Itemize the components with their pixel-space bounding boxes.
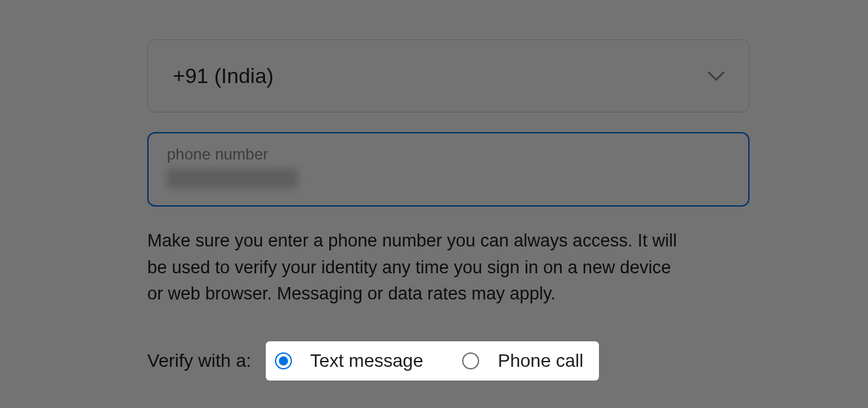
verify-with-label: Verify with a: xyxy=(147,350,251,371)
verify-row: Verify with a: Text message Phone call xyxy=(147,341,750,381)
helper-text: Make sure you enter a phone number you c… xyxy=(147,228,691,307)
phone-number-input[interactable]: phone number xyxy=(147,132,750,207)
radio-text-message[interactable]: Text message xyxy=(275,350,424,371)
radio-unselected-icon xyxy=(462,352,479,369)
country-code-select[interactable]: +91 (India) xyxy=(147,39,750,112)
radio-selected-icon xyxy=(275,352,292,369)
phone-number-label: phone number xyxy=(167,145,730,163)
radio-phone-call[interactable]: Phone call xyxy=(462,350,583,371)
phone-number-value-redacted xyxy=(167,169,298,188)
chevron-down-icon xyxy=(707,71,725,81)
verify-radio-group: Text message Phone call xyxy=(266,341,600,381)
radio-phone-call-label: Phone call xyxy=(497,350,583,371)
radio-text-message-label: Text message xyxy=(310,350,424,371)
country-code-value: +91 (India) xyxy=(173,64,274,88)
